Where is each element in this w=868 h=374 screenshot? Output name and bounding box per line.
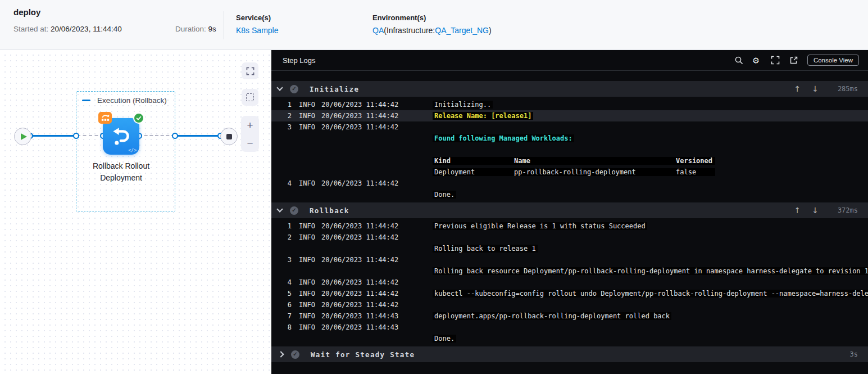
infrastructure-link[interactable]: QA_Target_NG [435,26,489,35]
log-line-number[interactable]: 2 [283,112,292,120]
rolling-deployment-badge-icon [98,112,112,124]
log-level: INFO [299,323,321,331]
log-line-number[interactable]: 3 [283,123,292,131]
console-view-button[interactable]: Console View [807,55,859,66]
log-message: Previous eligible Release is 1 with stat… [433,222,647,230]
log-message: Done. [433,335,456,343]
chevron-down-icon[interactable] [276,84,283,91]
fullscreen-icon [246,67,255,75]
zoom-in-button[interactable]: + [247,120,253,130]
log-level: INFO [299,290,321,298]
header-divider [224,11,224,39]
log-table-cell: false [676,168,715,176]
end-node[interactable] [220,128,238,145]
log-message: Found following Managed Workloads: [433,134,574,142]
zoom-out-button[interactable]: − [247,138,253,148]
scroll-up-icon[interactable]: ↑ [794,206,801,215]
log-line [271,144,868,155]
log-line: 4INFO20/06/2023 11:44:42 [271,277,868,288]
log-line-number[interactable]: 2 [283,233,292,241]
services-block: Service(s) K8s Sample [236,13,278,35]
edge-dashed-right [139,135,175,136]
pipeline-canvas[interactable]: Execution (Rollback) </> [0,50,271,374]
log-line: 1INFO20/06/2023 11:44:42Previous eligibl… [271,220,868,232]
edge-solid-right [175,135,221,137]
play-icon [21,133,27,140]
log-timestamp: 20/06/2023 11:44:42 [321,179,406,187]
log-table-row: KindNameVersioned [433,157,715,165]
scroll-up-icon[interactable]: ↑ [794,84,801,93]
log-timestamp: 20/06/2023 11:44:42 [321,301,406,309]
scroll-down-icon[interactable]: ↓ [812,206,819,215]
log-table-row: Deploymentpp-rollback-rolling-deployment… [433,168,715,176]
step-success-icon: ✓ [290,85,298,93]
step-logs-panel: Step Logs ⚙ Console View ✓Initialize↑↓28… [271,50,868,374]
chevron-right-icon[interactable] [278,351,284,357]
step-node-rollback-rollout-deployment[interactable]: </> [103,118,139,155]
log-line: 1INFO20/06/2023 11:44:42Initializing.. [271,99,868,110]
log-line-number[interactable]: 4 [283,179,292,187]
canvas-fullscreen-button[interactable] [242,62,258,79]
section-duration: 372ms [829,206,858,214]
log-timestamp: 20/06/2023 11:44:42 [321,233,406,241]
log-message: Rolling back resource Deployment/pp-roll… [433,267,868,275]
log-section-header[interactable]: ✓Initialize↑↓285ms [271,81,868,97]
services-label: Service(s) [236,13,278,22]
log-content: ✓Initialize↑↓285ms1INFO20/06/2023 11:44:… [271,71,868,362]
log-line-number[interactable]: 6 [283,301,292,309]
log-line: Done. [271,333,868,344]
log-line-number[interactable]: 5 [283,290,292,298]
log-line-number[interactable]: 3 [283,256,292,264]
start-node[interactable] [14,128,31,145]
log-timestamp: 20/06/2023 11:44:42 [321,101,406,109]
log-line-number[interactable]: 7 [283,312,292,320]
gear-icon[interactable]: ⚙ [753,55,759,65]
scroll-down-icon[interactable]: ↓ [812,84,819,93]
log-line: 7INFO20/06/2023 11:44:43deployment.apps/… [271,310,868,322]
step-logs-toolbar: Step Logs ⚙ Console View [271,50,868,71]
log-level: INFO [299,123,321,131]
collapse-minus-icon[interactable] [82,100,90,101]
duration-label: Duration: [175,25,206,33]
log-section-header[interactable]: ✓Wait for Steady State3s [271,346,868,362]
log-line: KindNameVersioned [271,155,868,166]
log-message: Release Name: [release1] [433,112,533,120]
log-line-number[interactable]: 1 [283,101,292,109]
log-line: 4INFO20/06/2023 11:44:42 [271,178,868,189]
open-in-new-icon[interactable] [789,56,798,65]
log-line: 2INFO20/06/2023 11:44:42Release Name: [r… [271,110,868,121]
log-line-number[interactable]: 8 [283,323,292,331]
log-level: INFO [299,222,321,230]
step-success-icon: ✓ [291,350,299,359]
log-level: INFO [299,256,321,264]
expand-fullscreen-icon[interactable] [771,56,780,65]
log-line: Rolling back to release 1 [271,243,868,254]
log-section: ✓Initialize↑↓285ms1INFO20/06/2023 11:44:… [271,81,868,200]
environment-link[interactable]: QA [372,26,384,35]
log-level: INFO [299,301,321,309]
environments-block: Environment(s) QA(Infrastructure:QA_Targ… [372,13,492,35]
log-line: 3INFO20/06/2023 11:44:42 [271,121,868,133]
canvas-zoom-panel: + − [241,116,259,152]
log-line-number[interactable]: 4 [283,278,292,286]
duration: Duration: 9s [175,25,216,33]
marquee-select-icon [246,93,254,101]
search-icon[interactable] [734,56,743,65]
log-level: INFO [299,112,321,120]
step-node-label: Rollback Rollout Deployment [78,160,165,184]
code-glyph: </> [129,148,137,153]
canvas-select-button[interactable] [242,89,258,106]
log-section-header[interactable]: ✓Rollback↑↓372ms [271,202,868,218]
environments-label: Environment(s) [372,13,492,22]
port-group-left [73,133,79,139]
step-success-icon: ✓ [290,206,298,215]
service-link[interactable]: K8s Sample [236,26,278,35]
chevron-down-icon[interactable] [276,206,283,212]
log-timestamp: 20/06/2023 11:44:42 [321,256,406,264]
pipeline-title: deploy [13,7,40,17]
log-line: 2INFO20/06/2023 11:44:42 [271,232,868,243]
log-level: INFO [299,278,321,286]
stop-icon [226,134,232,139]
log-message: deployment.apps/pp-rollback-rolling-depl… [433,312,671,320]
log-line-number[interactable]: 1 [283,222,292,230]
